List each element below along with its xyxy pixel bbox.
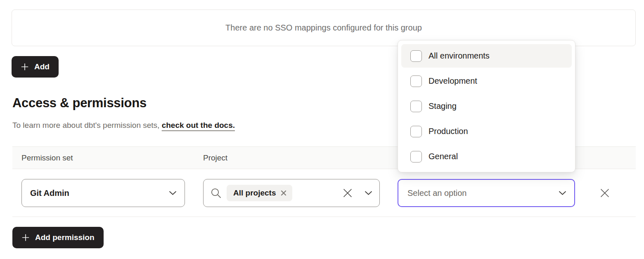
clear-selection-icon[interactable] (343, 188, 353, 198)
project-multiselect[interactable]: All projects (203, 179, 380, 207)
add-permission-label: Add permission (35, 233, 95, 242)
chevron-down-icon (365, 191, 372, 195)
checkbox-all-environments[interactable] (410, 50, 422, 62)
dropdown-option-development[interactable]: Development (401, 69, 572, 93)
sso-empty-message: There are no SSO mappings configured for… (225, 23, 422, 33)
plus-icon (21, 233, 30, 242)
remove-permission-row-button[interactable] (599, 187, 611, 199)
environment-select[interactable]: Select an option (398, 179, 575, 207)
dropdown-option-label: All environments (429, 51, 490, 61)
checkbox-general[interactable] (410, 151, 422, 162)
permissions-description: To learn more about dbt's permission set… (12, 121, 235, 130)
dropdown-option-production[interactable]: Production (401, 120, 572, 143)
row-divider (12, 217, 636, 217)
permissions-description-text: To learn more about dbt's permission set… (12, 121, 162, 130)
permission-set-value: Git Admin (30, 188, 69, 198)
checkbox-development[interactable] (410, 75, 422, 87)
page-title: Access & permissions (12, 96, 147, 111)
chevron-down-icon (559, 191, 566, 195)
checkbox-production[interactable] (410, 126, 422, 137)
dropdown-option-general[interactable]: General (401, 145, 572, 168)
dropdown-option-all-environments[interactable]: All environments (401, 44, 572, 68)
docs-link[interactable]: check out the docs. (162, 121, 235, 130)
dropdown-option-label: Development (429, 76, 477, 86)
remove-tag-icon[interactable] (281, 190, 286, 196)
checkbox-staging[interactable] (410, 101, 422, 112)
add-sso-mapping-button[interactable]: Add (12, 56, 59, 78)
selected-project-tag: All projects (227, 185, 292, 201)
environment-dropdown: All environments Development Staging Pro… (398, 40, 575, 172)
permission-set-select[interactable]: Git Admin (21, 179, 185, 207)
dropdown-option-label: Staging (429, 101, 457, 111)
add-sso-mapping-label: Add (34, 62, 50, 71)
dropdown-option-label: General (429, 152, 458, 161)
group-settings-page: There are no SSO mappings configured for… (0, 0, 644, 259)
column-header-permission-set: Permission set (21, 153, 73, 162)
dropdown-option-staging[interactable]: Staging (401, 94, 572, 118)
add-permission-button[interactable]: Add permission (12, 227, 104, 248)
chevron-down-icon (169, 191, 176, 195)
search-icon (210, 187, 222, 199)
dropdown-option-label: Production (429, 127, 468, 136)
plus-icon (21, 63, 29, 71)
environment-select-placeholder: Select an option (407, 188, 466, 198)
column-header-project: Project (203, 153, 227, 162)
selected-project-tag-label: All projects (233, 188, 276, 198)
